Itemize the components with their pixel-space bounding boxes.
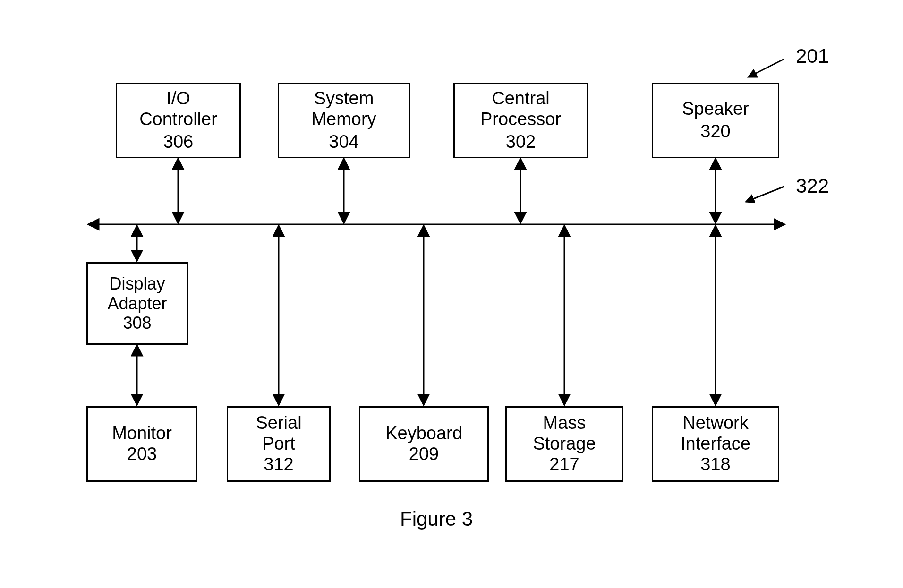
ref-number: 209 [409, 444, 439, 465]
block-serial-port: Serial Port 312 [227, 406, 331, 482]
figure-caption: Figure 3 [400, 508, 473, 530]
ref-number: 304 [329, 132, 358, 153]
label-text: Memory [311, 109, 376, 130]
label-text: Keyboard [385, 423, 462, 444]
label-text: Controller [139, 109, 217, 130]
label-text: Adapter [107, 294, 167, 313]
label-text: Central [492, 88, 550, 109]
ref-number: 318 [700, 454, 730, 475]
block-io-controller: I/O Controller 306 [116, 83, 241, 158]
block-system-memory: System Memory 304 [278, 83, 410, 158]
label-text: Interface [681, 434, 750, 454]
block-keyboard: Keyboard 209 [359, 406, 489, 482]
block-monitor: Monitor 203 [86, 406, 197, 482]
label-text: I/O [166, 88, 190, 109]
label-text: System [314, 88, 374, 109]
block-display-adapter: Display Adapter 308 [86, 262, 188, 345]
ref-number: 320 [700, 121, 730, 142]
block-speaker: Speaker 320 [652, 83, 779, 158]
svg-line-11 [749, 59, 784, 77]
label-text: Serial [256, 413, 301, 434]
label-text: Speaker [682, 99, 749, 119]
block-central-processor: Central Processor 302 [453, 83, 588, 158]
block-mass-storage: Mass Storage 217 [505, 406, 623, 482]
ref-number: 302 [506, 132, 536, 153]
label-text: Processor [480, 109, 561, 130]
label-text: Mass [543, 413, 586, 434]
label-text: Monitor [112, 423, 172, 444]
block-network-interface: Network Interface 318 [652, 406, 779, 482]
callout-322: 322 [796, 175, 829, 197]
callout-201: 201 [796, 45, 829, 68]
label-text: Storage [533, 434, 596, 454]
ref-number: 308 [123, 313, 151, 332]
ref-number: 203 [127, 444, 157, 465]
ref-number: 312 [264, 454, 293, 475]
label-text: Network [682, 413, 748, 434]
svg-line-12 [746, 187, 784, 202]
figure-3-diagram: I/O Controller 306 System Memory 304 Cen… [0, 0, 903, 588]
ref-number: 217 [549, 454, 579, 475]
label-text: Display [109, 274, 165, 293]
label-text: Port [262, 434, 295, 454]
ref-number: 306 [163, 132, 193, 153]
